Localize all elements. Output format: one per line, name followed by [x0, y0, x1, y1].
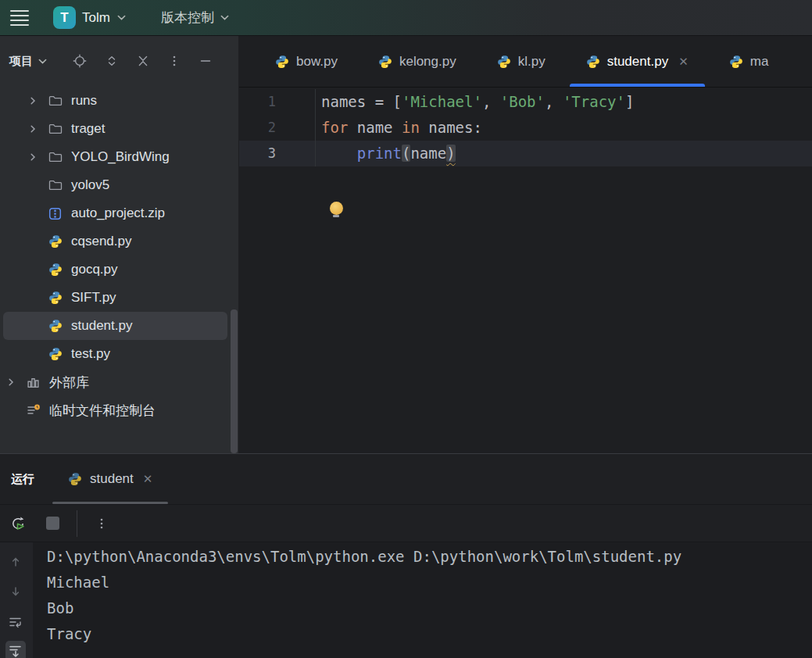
console-output-line: Tracy	[47, 621, 812, 647]
ide-window: T Tolm 版本控制 项目	[0, 0, 812, 658]
python-icon	[48, 263, 64, 277]
chevron-down-icon	[116, 13, 127, 23]
kebab-icon	[95, 517, 108, 530]
project-panel-header: 项目	[0, 36, 238, 86]
tab-label: student.py	[607, 54, 668, 70]
project-tree: runs traget YOLO_BirdWing yolov5	[0, 86, 238, 453]
tree-item-label: 临时文件和控制台	[49, 402, 156, 420]
zip-icon	[48, 207, 64, 220]
python-icon	[586, 55, 600, 69]
project-tool-window: 项目 runs trag	[0, 36, 239, 453]
run-tool-window: 运行 student ✕	[0, 453, 812, 658]
console-command-line: D:\python\Anaconda3\envs\Tolm\python.exe…	[47, 544, 812, 570]
run-tab-student[interactable]: student ✕	[51, 454, 170, 504]
expand-all-icon[interactable]	[106, 55, 118, 67]
tree-item-student-py[interactable]: student.py	[3, 312, 227, 340]
code-editor[interactable]: 1 names = ['Michael', 'Bob', 'Tracy'] 2 …	[239, 88, 812, 453]
tree-item-cqsend-py[interactable]: cqsend.py	[3, 227, 227, 256]
next-occurrence-button[interactable]	[5, 581, 26, 602]
tree-item-label: traget	[71, 121, 105, 137]
project-panel-title[interactable]: 项目	[9, 54, 33, 69]
prev-occurrence-button[interactable]	[5, 552, 26, 572]
close-icon[interactable]: ✕	[143, 472, 153, 486]
stop-icon	[46, 517, 59, 530]
python-icon	[48, 291, 64, 305]
chevron-right-icon[interactable]	[28, 96, 48, 105]
python-icon	[48, 234, 64, 249]
close-icon[interactable]: ✕	[678, 55, 689, 69]
tree-item-runs[interactable]: runs	[3, 87, 227, 115]
tree-item-scratches-consoles[interactable]: 临时文件和控制台	[3, 396, 227, 424]
code-line-1: 1 names = ['Michael', 'Bob', 'Tracy']	[239, 89, 812, 115]
tree-item-external-libraries[interactable]: 外部库	[3, 368, 227, 396]
python-icon	[48, 347, 64, 361]
folder-icon	[48, 179, 64, 191]
tab-ma-truncated[interactable]: ma	[709, 36, 789, 87]
console-output[interactable]: D:\python\Anaconda3\envs\Tolm\python.exe…	[33, 542, 812, 658]
run-tab-label: student	[90, 471, 134, 487]
tree-item-yolo-birdwing[interactable]: YOLO_BirdWing	[3, 143, 227, 171]
toolbar-separator	[77, 510, 77, 537]
vcs-label: 版本控制	[161, 9, 214, 27]
project-badge: T	[53, 6, 76, 29]
console-gutter	[0, 542, 33, 658]
folder-icon	[48, 151, 64, 163]
tree-item-traget[interactable]: traget	[3, 115, 227, 143]
soft-wrap-button[interactable]	[5, 612, 26, 632]
tab-kelong-py[interactable]: kelong.py	[358, 36, 477, 87]
tree-item-label: runs	[71, 93, 97, 109]
folder-icon	[48, 123, 64, 135]
tree-item-gocq-py[interactable]: gocq.py	[3, 256, 227, 284]
tree-item-label: cqsend.py	[71, 234, 132, 249]
project-name: Tolm	[82, 10, 110, 26]
hide-panel-icon[interactable]	[199, 55, 212, 67]
tree-item-label: auto_project.zip	[71, 206, 165, 221]
code-line-3-current: 3 print(name)	[239, 141, 812, 166]
tree-item-label: SIFT.py	[71, 290, 116, 306]
line-number: 1	[239, 89, 316, 115]
stop-button[interactable]	[41, 512, 64, 535]
tree-item-yolov5[interactable]: yolov5	[3, 171, 227, 199]
tab-kl-py[interactable]: kl.py	[477, 36, 566, 87]
chevron-right-icon[interactable]	[28, 124, 48, 134]
tree-item-label: yolov5	[71, 177, 109, 193]
vcs-selector[interactable]: 版本控制	[155, 5, 236, 30]
tab-label: kelong.py	[399, 54, 456, 70]
run-panel-title[interactable]: 运行	[11, 472, 34, 487]
tree-item-label: YOLO_BirdWing	[71, 149, 170, 165]
chevron-down-icon[interactable]	[38, 56, 48, 66]
run-tab-underline	[52, 502, 168, 504]
scroll-to-end-button[interactable]	[5, 641, 26, 658]
tab-label: bow.py	[296, 54, 338, 70]
locate-file-icon[interactable]	[73, 54, 87, 68]
tree-item-label: 外部库	[49, 374, 89, 392]
chevron-down-icon	[220, 13, 230, 23]
project-selector[interactable]: T Tolm	[47, 3, 133, 32]
run-toolbar	[0, 505, 812, 542]
editor-area: bow.py kelong.py kl.py student.py ✕	[239, 36, 812, 453]
python-icon	[68, 472, 82, 486]
collapse-all-icon[interactable]	[137, 55, 149, 67]
python-icon	[275, 55, 289, 69]
tab-bow-py[interactable]: bow.py	[255, 36, 358, 87]
more-options-icon[interactable]	[168, 55, 181, 67]
code-line-2: 2 for name in names:	[239, 115, 812, 141]
chevron-right-icon[interactable]	[6, 377, 27, 387]
tree-item-auto-project-zip[interactable]: auto_project.zip	[3, 199, 227, 227]
tree-item-test-py[interactable]: test.py	[3, 340, 227, 368]
tab-label: kl.py	[518, 54, 546, 70]
tree-item-label: student.py	[71, 318, 132, 334]
main-menu-icon[interactable]	[6, 6, 33, 30]
chevron-right-icon[interactable]	[28, 152, 48, 162]
intention-bulb-icon[interactable]	[330, 202, 343, 215]
soft-wrap-icon	[9, 615, 23, 629]
active-tab-underline	[570, 84, 705, 87]
rerun-button[interactable]	[6, 512, 30, 535]
tree-scrollbar[interactable]	[231, 309, 238, 453]
tab-student-py[interactable]: student.py ✕	[566, 36, 709, 87]
more-options-button[interactable]	[90, 512, 113, 535]
tree-item-sift-py[interactable]: SIFT.py	[3, 284, 227, 312]
python-icon	[497, 55, 511, 69]
editor-tabbar: bow.py kelong.py kl.py student.py ✕	[239, 36, 812, 88]
scroll-to-end-icon	[9, 644, 23, 658]
